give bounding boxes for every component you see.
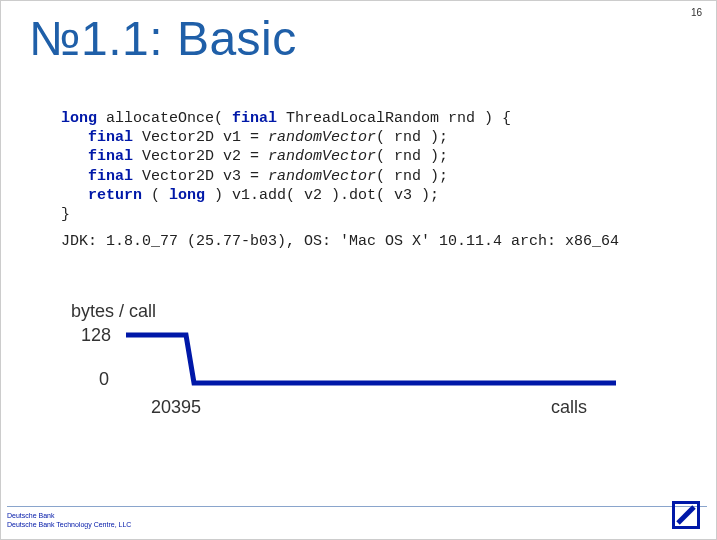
fn-call: randomVector (268, 129, 376, 146)
code-text (61, 187, 88, 204)
code-text: ( rnd ); (376, 129, 448, 146)
chart-xlabel: calls (551, 397, 587, 418)
fn-call: randomVector (268, 148, 376, 165)
code-text: ( rnd ); (376, 148, 448, 165)
code-block: long allocateOnce( final ThreadLocalRand… (61, 109, 511, 224)
code-text (61, 168, 88, 185)
page-number: 16 (691, 7, 702, 18)
chart-ylabel: bytes / call (71, 301, 156, 322)
svg-line-1 (678, 507, 694, 523)
kw-final: final (88, 148, 133, 165)
code-text (61, 129, 88, 146)
slide-title: №1.1: Basic (29, 11, 297, 66)
kw-long: long (169, 187, 205, 204)
code-text (61, 148, 88, 165)
deutsche-bank-logo-icon (672, 501, 700, 529)
fn-call: randomVector (268, 168, 376, 185)
code-text: ThreadLocalRandom rnd ) { (277, 110, 511, 127)
footer-line1: Deutsche Bank (7, 512, 131, 520)
footer-text: Deutsche Bank Deutsche Bank Technology C… (7, 512, 131, 529)
code-text: Vector2D v1 = (133, 129, 268, 146)
chart-x-threshold: 20395 (151, 397, 201, 418)
code-text: ( rnd ); (376, 168, 448, 185)
kw-long: long (61, 110, 97, 127)
kw-final: final (88, 168, 133, 185)
code-text: Vector2D v3 = (133, 168, 268, 185)
kw-final: final (88, 129, 133, 146)
chart-ytick-hi: 128 (81, 325, 111, 346)
footer-rule (7, 506, 707, 507)
footer-line2: Deutsche Bank Technology Centre, LLC (7, 521, 131, 529)
code-text: } (61, 206, 70, 223)
environment-info: JDK: 1.8.0_77 (25.77-b03), OS: 'Mac OS X… (61, 233, 619, 250)
chart-line (126, 331, 616, 391)
code-text: allocateOnce( (97, 110, 232, 127)
code-text: Vector2D v2 = (133, 148, 268, 165)
code-text: ) v1.add( v2 ).dot( v3 ); (205, 187, 439, 204)
kw-final: final (232, 110, 277, 127)
slide: 16 №1.1: Basic long allocateOnce( final … (0, 0, 717, 540)
chart-ytick-lo: 0 (99, 369, 109, 390)
kw-return: return (88, 187, 142, 204)
bytes-per-call-chart: bytes / call 128 0 20395 calls (71, 301, 631, 441)
code-text: ( (142, 187, 169, 204)
